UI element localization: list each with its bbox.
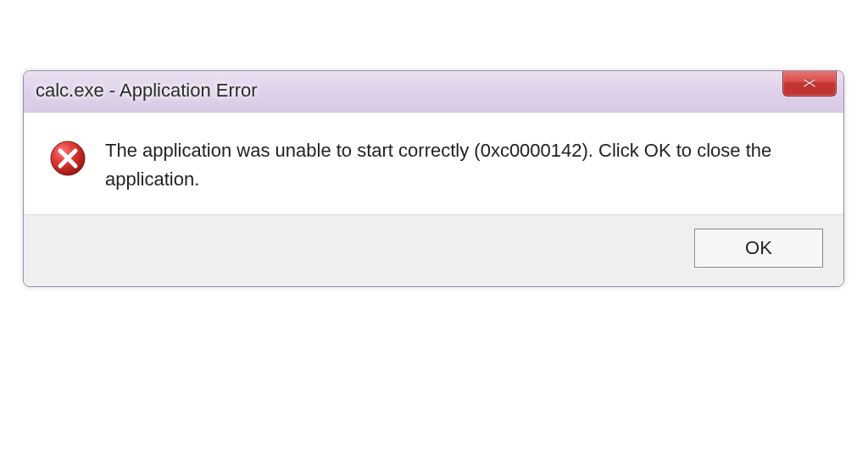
- close-icon: [801, 77, 818, 89]
- dialog-footer: OK: [24, 214, 843, 286]
- ok-button-label: OK: [745, 237, 772, 259]
- error-icon: [49, 140, 86, 177]
- error-message: The application was unable to start corr…: [105, 136, 800, 194]
- titlebar: calc.exe - Application Error: [24, 71, 843, 113]
- close-button[interactable]: [782, 70, 837, 97]
- dialog-title: calc.exe - Application Error: [36, 80, 258, 102]
- dialog-body: The application was unable to start corr…: [24, 113, 843, 214]
- error-dialog: calc.exe - Application Error The applica…: [23, 70, 844, 287]
- ok-button[interactable]: OK: [694, 229, 823, 268]
